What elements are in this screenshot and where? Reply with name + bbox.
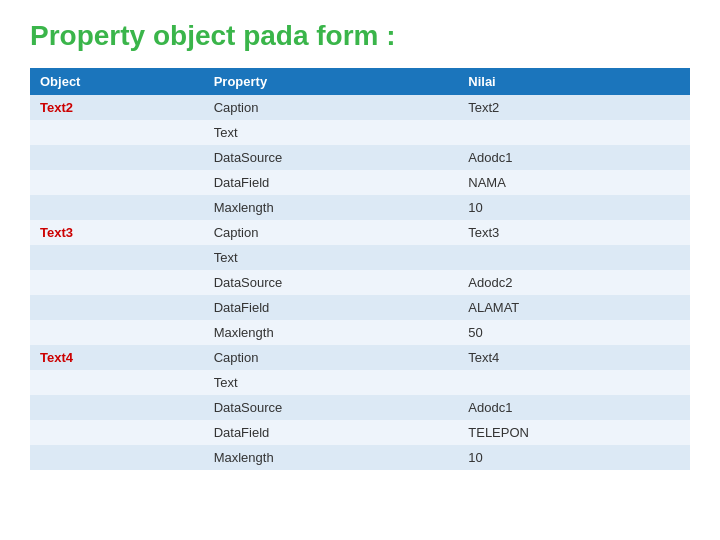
cell-object bbox=[30, 320, 204, 345]
table-row: Text3CaptionText3 bbox=[30, 220, 690, 245]
cell-object: Text2 bbox=[30, 95, 204, 120]
table-row: DataSourceAdodc1 bbox=[30, 395, 690, 420]
cell-nilai bbox=[458, 370, 690, 395]
cell-object bbox=[30, 370, 204, 395]
table-row: Maxlength10 bbox=[30, 445, 690, 470]
cell-object bbox=[30, 195, 204, 220]
page-title: Property object pada form : bbox=[30, 20, 690, 52]
cell-property: DataSource bbox=[204, 395, 459, 420]
cell-object bbox=[30, 120, 204, 145]
cell-nilai bbox=[458, 245, 690, 270]
cell-nilai: NAMA bbox=[458, 170, 690, 195]
cell-property: DataField bbox=[204, 170, 459, 195]
cell-property: DataSource bbox=[204, 270, 459, 295]
cell-property: Caption bbox=[204, 345, 459, 370]
col-header-nilai: Nilai bbox=[458, 68, 690, 95]
table-row: Maxlength50 bbox=[30, 320, 690, 345]
table-row: Text4CaptionText4 bbox=[30, 345, 690, 370]
cell-object bbox=[30, 245, 204, 270]
table-row: Text bbox=[30, 120, 690, 145]
cell-object bbox=[30, 295, 204, 320]
cell-nilai: Adodc1 bbox=[458, 395, 690, 420]
table-row: DataFieldTELEPON bbox=[30, 420, 690, 445]
cell-object: Text3 bbox=[30, 220, 204, 245]
cell-object bbox=[30, 395, 204, 420]
cell-nilai: Adodc1 bbox=[458, 145, 690, 170]
cell-nilai: Text3 bbox=[458, 220, 690, 245]
cell-property: DataField bbox=[204, 295, 459, 320]
cell-property: Text bbox=[204, 120, 459, 145]
col-header-property: Property bbox=[204, 68, 459, 95]
cell-nilai: ALAMAT bbox=[458, 295, 690, 320]
cell-object bbox=[30, 170, 204, 195]
table-row: DataFieldALAMAT bbox=[30, 295, 690, 320]
col-header-object: Object bbox=[30, 68, 204, 95]
table-row: Maxlength10 bbox=[30, 195, 690, 220]
table-row: Text bbox=[30, 245, 690, 270]
property-table: Object Property Nilai Text2CaptionText2T… bbox=[30, 68, 690, 470]
cell-object: Text4 bbox=[30, 345, 204, 370]
cell-property: Text bbox=[204, 370, 459, 395]
cell-nilai bbox=[458, 120, 690, 145]
cell-property: DataField bbox=[204, 420, 459, 445]
cell-nilai: 10 bbox=[458, 445, 690, 470]
cell-property: Maxlength bbox=[204, 195, 459, 220]
cell-property: DataSource bbox=[204, 145, 459, 170]
cell-property: Text bbox=[204, 245, 459, 270]
table-row: Text2CaptionText2 bbox=[30, 95, 690, 120]
table-row: DataSourceAdodc1 bbox=[30, 145, 690, 170]
cell-object bbox=[30, 445, 204, 470]
cell-object bbox=[30, 145, 204, 170]
cell-property: Caption bbox=[204, 220, 459, 245]
cell-property: Caption bbox=[204, 95, 459, 120]
cell-property: Maxlength bbox=[204, 320, 459, 345]
cell-nilai: TELEPON bbox=[458, 420, 690, 445]
cell-property: Maxlength bbox=[204, 445, 459, 470]
table-row: DataSourceAdodc2 bbox=[30, 270, 690, 295]
table-row: Text bbox=[30, 370, 690, 395]
cell-nilai: Text2 bbox=[458, 95, 690, 120]
cell-nilai: 50 bbox=[458, 320, 690, 345]
table-row: DataFieldNAMA bbox=[30, 170, 690, 195]
cell-nilai: Text4 bbox=[458, 345, 690, 370]
cell-object bbox=[30, 270, 204, 295]
cell-nilai: Adodc2 bbox=[458, 270, 690, 295]
cell-object bbox=[30, 420, 204, 445]
cell-nilai: 10 bbox=[458, 195, 690, 220]
